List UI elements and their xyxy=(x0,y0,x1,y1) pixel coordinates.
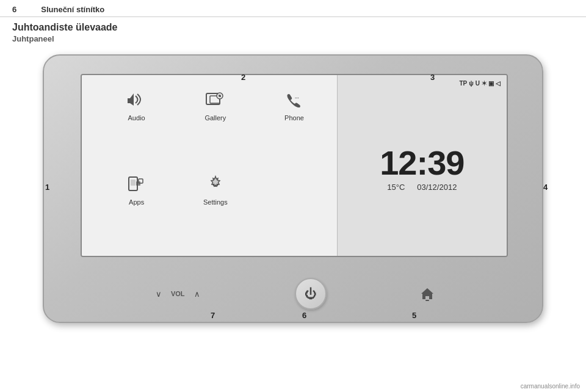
apps-label: Apps xyxy=(129,198,144,206)
device-screen: Audio Gallery xyxy=(81,74,508,257)
settings-label: Settings xyxy=(203,198,228,206)
status-bar: TP ψ U ✶ ▣ ◁ xyxy=(344,80,501,87)
settings-icon xyxy=(201,172,230,196)
callout-1: 1 xyxy=(45,183,49,192)
vol-up-button[interactable]: ∧ xyxy=(188,286,206,301)
bluetooth-status: ✶ xyxy=(482,80,487,87)
gallery-label: Gallery xyxy=(204,114,226,122)
svg-text:...: ... xyxy=(295,94,299,100)
app-icon-apps[interactable]: Apps xyxy=(100,172,173,250)
clock-info: 15°C 03/12/2012 xyxy=(387,183,457,192)
audio-icon xyxy=(122,87,151,112)
device-controls: ∨ VOL ∧ ⏻ xyxy=(81,278,508,310)
home-button[interactable] xyxy=(416,282,439,305)
phone-label: Phone xyxy=(284,114,304,122)
app-icon-gallery[interactable]: Gallery xyxy=(179,87,251,165)
heading-sub: Juhtpaneel xyxy=(12,34,574,43)
volume-control: ∨ VOL ∧ xyxy=(150,286,206,301)
apps-icon xyxy=(122,172,151,196)
volume-status: ◁ xyxy=(496,80,501,87)
callout-3: 3 xyxy=(430,73,435,82)
screen-info-panel: TP ψ U ✶ ▣ ◁ 12:39 15°C 03/12/2012 xyxy=(337,75,507,256)
clock-display: 12:39 xyxy=(380,146,464,180)
clock-area: 12:39 15°C 03/12/2012 xyxy=(344,87,501,251)
callout-2: 2 xyxy=(241,73,245,82)
tp-status: TP xyxy=(459,80,467,87)
vol-down-button[interactable]: ∨ xyxy=(150,286,168,301)
device-body: Audio Gallery xyxy=(43,54,543,323)
audio-label: Audio xyxy=(128,114,145,122)
antenna-status: ψ xyxy=(469,80,474,87)
page-number: 6 xyxy=(12,5,16,14)
callout-4: 4 xyxy=(543,183,548,192)
watermark: carmanualsonline.info xyxy=(521,383,580,390)
svg-rect-7 xyxy=(131,180,136,186)
power-button[interactable]: ⏻ xyxy=(295,278,327,310)
phone-icon: ... xyxy=(280,87,309,112)
section-title: Sluneční stínítko xyxy=(41,5,104,14)
app-icon-phone[interactable]: ... Phone xyxy=(258,87,330,165)
gallery-icon xyxy=(201,87,230,112)
app-icon-settings[interactable]: Settings xyxy=(179,172,251,250)
app-icon-audio[interactable]: Audio xyxy=(100,87,173,165)
temperature-display: 15°C xyxy=(387,183,405,192)
svg-rect-11 xyxy=(425,300,429,301)
signal-status: U xyxy=(476,80,480,87)
battery-status: ▣ xyxy=(488,80,494,87)
device-diagram: Audio Gallery xyxy=(24,48,562,335)
callout-5: 5 xyxy=(412,311,416,320)
vol-label: VOL xyxy=(171,290,185,297)
date-display: 03/12/2012 xyxy=(417,183,457,192)
app-grid: Audio Gallery xyxy=(82,75,337,256)
callout-7: 7 xyxy=(211,311,215,320)
callout-6: 6 xyxy=(302,311,306,320)
heading-main: Juhtoandiste ülevaade xyxy=(12,22,574,33)
